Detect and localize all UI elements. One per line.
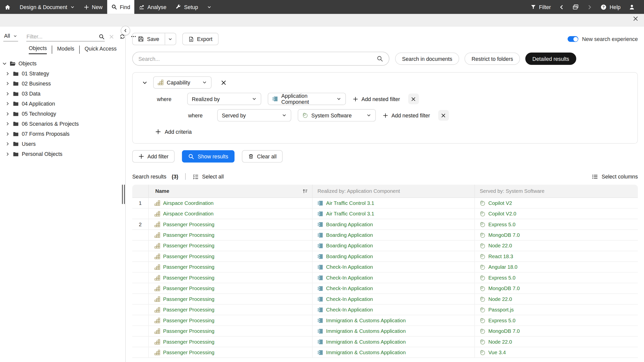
result-software[interactable]: Node 22.0 xyxy=(488,243,512,249)
tree-item[interactable]: 03 Data xyxy=(0,89,125,99)
search-in-documents-button[interactable]: Search in documents xyxy=(395,53,459,65)
search-icon[interactable] xyxy=(377,55,383,62)
result-software[interactable]: Passport.js xyxy=(488,307,514,312)
result-component[interactable]: Boarding Application xyxy=(326,221,373,227)
home-button[interactable] xyxy=(0,0,15,14)
windows-button[interactable] xyxy=(569,4,583,10)
result-software[interactable]: Angular 18.0 xyxy=(488,264,517,270)
result-name[interactable]: Airspace Coordination xyxy=(163,200,214,206)
result-component[interactable]: Check-In Application xyxy=(326,275,373,281)
add-nested-filter-button[interactable]: Add nested filter xyxy=(353,96,400,102)
table-row[interactable]: Passenger ProcessingCheck-In Application… xyxy=(132,283,638,294)
result-name[interactable]: Airspace Coordination xyxy=(163,211,214,216)
result-component[interactable]: Check-In Application xyxy=(326,307,373,312)
user-menu-button[interactable] xyxy=(625,4,639,10)
tree-item[interactable]: Personal Objects xyxy=(0,149,125,159)
nav-design-document[interactable]: Design & Document xyxy=(15,0,79,14)
result-name[interactable]: Passenger Processing xyxy=(163,349,214,355)
result-component[interactable]: Boarding Application xyxy=(326,243,373,249)
object-type-dropdown[interactable]: Capability xyxy=(153,76,212,89)
tree-item[interactable]: 04 Application xyxy=(0,99,125,109)
select-columns-button[interactable]: Select columns xyxy=(592,173,638,179)
add-filter-button[interactable]: Add filter xyxy=(132,150,175,163)
new-search-toggle[interactable] xyxy=(568,36,578,42)
export-button[interactable]: Export xyxy=(182,33,219,45)
result-software[interactable]: Node 22.0 xyxy=(488,339,512,345)
chevron-right-icon[interactable] xyxy=(5,142,10,146)
relation-dropdown-2[interactable]: Served by xyxy=(217,109,291,121)
tab-models[interactable]: Models xyxy=(57,46,74,54)
table-row[interactable]: Passenger ProcessingCheck-In Application… xyxy=(132,273,638,283)
result-component[interactable]: Immigration & Customs Application xyxy=(326,339,406,345)
close-panel-icon[interactable] xyxy=(632,16,638,22)
result-software[interactable]: Express 5.0 xyxy=(488,275,515,281)
table-row[interactable]: Passenger ProcessingImmigration & Custom… xyxy=(132,315,638,326)
result-name[interactable]: Passenger Processing xyxy=(163,232,214,238)
result-software[interactable]: MongoDB 7.0 xyxy=(488,328,520,334)
result-component[interactable]: Check-In Application xyxy=(326,296,373,302)
remove-nested-filter-icon[interactable] xyxy=(438,110,449,121)
filter-button[interactable]: Filter xyxy=(527,4,555,10)
served-by-column-header[interactable]: Served by: System Software xyxy=(475,185,638,198)
table-row[interactable]: Passenger ProcessingImmigration & Custom… xyxy=(132,326,638,336)
chevron-right-icon[interactable] xyxy=(5,92,10,96)
help-button[interactable]: ? Help xyxy=(596,4,625,10)
restrict-to-folders-button[interactable]: Restrict to folders xyxy=(465,53,520,65)
scope-select[interactable]: All xyxy=(3,33,18,41)
table-row[interactable]: Passenger ProcessingImmigration & Custom… xyxy=(132,347,638,358)
search-input[interactable] xyxy=(138,56,377,62)
result-software[interactable]: React 18.3 xyxy=(488,253,513,259)
result-name[interactable]: Passenger Processing xyxy=(163,243,214,249)
result-name[interactable]: Passenger Processing xyxy=(163,339,214,345)
target-type-dropdown-1[interactable]: Application Component xyxy=(268,93,346,105)
table-row[interactable]: Passenger ProcessingBoarding Application… xyxy=(132,230,638,240)
chevron-right-icon[interactable] xyxy=(5,132,10,136)
chevron-right-icon[interactable] xyxy=(5,122,10,126)
result-component[interactable]: Air Traffic Control 3.1 xyxy=(326,200,374,206)
tree-item[interactable]: 07 Forms Proposals xyxy=(0,129,125,139)
nav-analyse[interactable]: Analyse xyxy=(134,0,171,14)
nav-find-tab-active[interactable]: Find xyxy=(107,0,134,14)
tab-objects[interactable]: Objects xyxy=(29,45,47,54)
table-row[interactable]: Passenger ProcessingCheck-In Application… xyxy=(132,294,638,304)
sidebar-scrollbar-thumb[interactable] xyxy=(122,185,125,204)
result-name[interactable]: Passenger Processing xyxy=(163,307,214,312)
result-name[interactable]: Passenger Processing xyxy=(163,253,214,259)
save-options-button[interactable] xyxy=(165,33,176,45)
sidebar-collapse-button[interactable] xyxy=(121,26,130,35)
tree-item[interactable]: 02 Business xyxy=(0,79,125,89)
chevron-right-icon[interactable] xyxy=(5,102,10,106)
sort-ascending-icon[interactable] xyxy=(302,188,308,194)
result-software[interactable]: MongoDB 7.0 xyxy=(488,232,520,238)
tree-item[interactable]: 06 Scenarios & Projects xyxy=(0,119,125,129)
name-column-header[interactable]: Name xyxy=(149,185,312,198)
table-row[interactable]: Passenger ProcessingBoarding Application… xyxy=(132,251,638,262)
table-row[interactable]: Passenger ProcessingCheck-In Application… xyxy=(132,262,638,273)
result-name[interactable]: Passenger Processing xyxy=(163,296,214,302)
tree-item[interactable]: 05 Technology xyxy=(0,109,125,119)
result-component[interactable]: Immigration & Customs Application xyxy=(326,318,406,323)
remove-criteria-icon[interactable] xyxy=(221,79,227,85)
table-row[interactable]: Passenger ProcessingCheck-In Application… xyxy=(132,304,638,315)
relation-dropdown-1[interactable]: Realized by xyxy=(187,93,261,105)
result-name[interactable]: Passenger Processing xyxy=(163,328,214,334)
result-software[interactable]: MongoDB 7.0 xyxy=(488,286,520,291)
result-name[interactable]: Passenger Processing xyxy=(163,318,214,323)
chevron-right-icon[interactable] xyxy=(5,112,10,116)
result-software[interactable]: Copilot V2 xyxy=(488,200,512,206)
result-component[interactable]: Air Traffic Control 3.1 xyxy=(326,211,374,216)
add-nested-filter-button[interactable]: Add nested filter xyxy=(383,112,430,118)
tree-item[interactable]: 01 Strategy xyxy=(0,69,125,79)
tree-item[interactable]: Users xyxy=(0,139,125,149)
result-component[interactable]: Immigration & Customs Application xyxy=(326,349,406,355)
result-name[interactable]: Passenger Processing xyxy=(163,264,214,270)
table-row[interactable]: 2Passenger ProcessingBoarding Applicatio… xyxy=(132,219,638,230)
nav-new-button[interactable]: New xyxy=(79,0,107,14)
result-software[interactable]: Express 5.0 xyxy=(488,221,515,227)
clear-all-button[interactable]: Clear all xyxy=(242,150,283,163)
table-row[interactable]: Passenger ProcessingImmigration & Custom… xyxy=(132,337,638,347)
result-software[interactable]: Node 22.0 xyxy=(488,296,512,302)
chevron-right-icon[interactable] xyxy=(5,152,10,156)
remove-nested-filter-icon[interactable] xyxy=(408,94,419,104)
target-type-dropdown-2[interactable]: System Software xyxy=(298,109,376,121)
